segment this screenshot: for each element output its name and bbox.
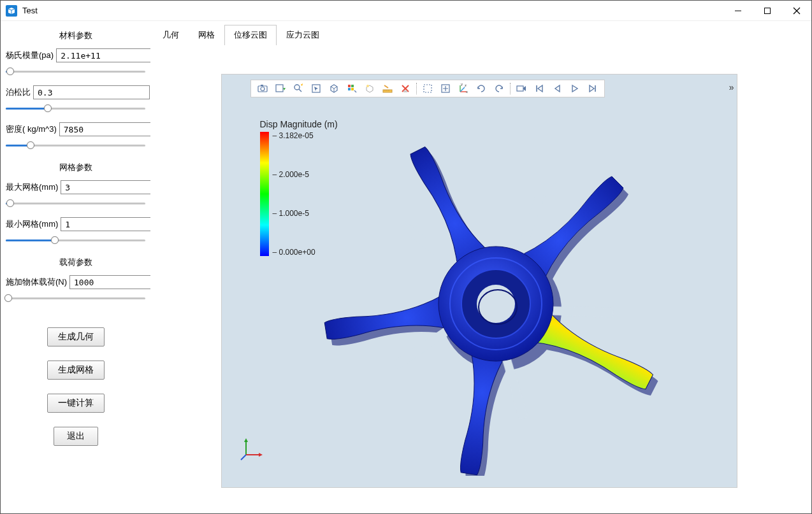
window-controls (723, 1, 811, 20)
viewer-3d[interactable]: zyx » Disp Magnitude (m) (221, 74, 737, 488)
toolbar-separator (416, 83, 417, 94)
window-title: Test (22, 6, 38, 15)
tab-mesh[interactable]: 网格 (189, 25, 224, 45)
max-mesh-label: 最大网格(mm) (6, 182, 58, 193)
svg-line-31 (460, 87, 465, 92)
toolbar-separator (510, 83, 511, 94)
body-load-row: 施加物体载荷(N) (6, 275, 145, 289)
youngs-row: 杨氏模量(pa) (6, 48, 145, 62)
svg-rect-27 (424, 85, 431, 92)
density-row: 密度( kg/m^3) (6, 122, 145, 136)
toolbar-overflow-icon[interactable]: » (729, 82, 734, 92)
main-area: 几何 网格 位移云图 应力云图 (150, 21, 811, 513)
fit-data-icon[interactable] (437, 81, 454, 96)
load-section-title: 载荷参数 (6, 257, 145, 268)
model-render (305, 122, 687, 476)
svg-line-13 (299, 89, 301, 92)
svg-point-19 (366, 85, 369, 87)
app-window: Test 材料参数 杨氏模量(pa) (0, 0, 812, 514)
generate-geometry-button[interactable]: 生成几何 (47, 327, 105, 346)
exit-button[interactable]: 退出 (54, 427, 98, 446)
svg-text:x: x (466, 90, 468, 94)
next-frame-icon[interactable] (584, 81, 602, 96)
svg-rect-10 (261, 85, 263, 86)
svg-rect-16 (351, 85, 354, 87)
save-image-icon[interactable] (272, 81, 289, 96)
min-mesh-row: 最小网格(mm) (6, 217, 145, 231)
close-button[interactable] (782, 1, 811, 20)
svg-rect-11 (276, 85, 283, 92)
zoom-fit-icon[interactable] (289, 81, 307, 96)
compute-button[interactable]: 一键计算 (47, 394, 105, 413)
generate-mesh-button[interactable]: 生成网格 (47, 361, 105, 380)
title-bar-left: Test (6, 5, 38, 17)
sidebar-buttons: 生成几何 生成网格 一键计算 退出 (6, 327, 145, 446)
title-bar: Test (1, 1, 811, 21)
colorbar (260, 132, 269, 256)
poisson-input[interactable] (33, 85, 150, 99)
svg-rect-26 (403, 90, 407, 92)
svg-rect-5 (765, 8, 771, 13)
min-mesh-label: 最小网格(mm) (6, 218, 58, 230)
orientation-triad-icon (240, 434, 266, 463)
first-frame-icon[interactable] (530, 81, 548, 96)
minimize-button[interactable] (723, 1, 753, 20)
rotate-cw-icon[interactable] (472, 81, 490, 96)
body-load-slider[interactable] (6, 292, 145, 304)
svg-rect-20 (383, 90, 392, 92)
youngs-slider[interactable] (6, 66, 145, 77)
density-slider[interactable] (6, 139, 145, 151)
svg-text:y: y (461, 83, 463, 86)
maximize-button[interactable] (753, 1, 782, 20)
svg-text:z: z (465, 83, 467, 87)
svg-rect-15 (348, 85, 351, 87)
tab-panel: zyx » Disp Magnitude (m) (150, 45, 808, 510)
clear-icon[interactable] (396, 81, 414, 96)
svg-point-12 (294, 85, 300, 90)
svg-line-40 (241, 455, 246, 460)
cube-icon[interactable] (325, 81, 343, 96)
viewer-toolbar: zyx (250, 80, 605, 97)
max-mesh-row: 最大网格(mm) (6, 180, 145, 194)
poisson-label: 泊松比 (6, 87, 31, 98)
svg-point-9 (261, 87, 265, 90)
svg-rect-18 (351, 88, 354, 90)
tab-displacement-cloud[interactable]: 位移云图 (224, 25, 277, 45)
ruler-icon[interactable] (379, 81, 396, 96)
body-load-label: 施加物体载荷(N) (6, 276, 67, 288)
app-icon (6, 5, 17, 17)
select-box-icon[interactable] (307, 81, 325, 96)
min-mesh-slider[interactable] (6, 234, 145, 246)
svg-rect-35 (517, 86, 523, 91)
content-area: 材料参数 杨氏模量(pa) 泊松比 密度( kg/m^3) (1, 21, 811, 513)
tab-geometry[interactable]: 几何 (153, 25, 189, 45)
poisson-slider[interactable] (6, 103, 145, 114)
tab-bar: 几何 网格 位移云图 应力云图 (150, 21, 811, 45)
material-section-title: 材料参数 (6, 30, 145, 41)
play-icon[interactable] (566, 81, 584, 96)
density-label: 密度( kg/m^3) (6, 124, 57, 135)
youngs-label: 杨氏模量(pa) (6, 50, 54, 61)
tab-stress-cloud[interactable]: 应力云图 (277, 25, 329, 45)
axes-icon[interactable]: zyx (454, 81, 472, 96)
mesh-section-title: 网格参数 (6, 162, 145, 173)
max-mesh-slider[interactable] (6, 197, 145, 209)
light-icon[interactable] (361, 81, 379, 96)
sidebar: 材料参数 杨氏模量(pa) 泊松比 密度( kg/m^3) (1, 21, 150, 513)
video-icon[interactable] (512, 81, 530, 96)
color-mapping-icon[interactable] (343, 81, 361, 96)
select-rect-icon[interactable] (419, 81, 437, 96)
camera-icon[interactable] (254, 81, 272, 96)
rotate-ccw-icon[interactable] (490, 81, 508, 96)
prev-frame-icon[interactable] (548, 81, 566, 96)
poisson-row: 泊松比 (6, 85, 145, 99)
svg-rect-17 (348, 88, 351, 90)
